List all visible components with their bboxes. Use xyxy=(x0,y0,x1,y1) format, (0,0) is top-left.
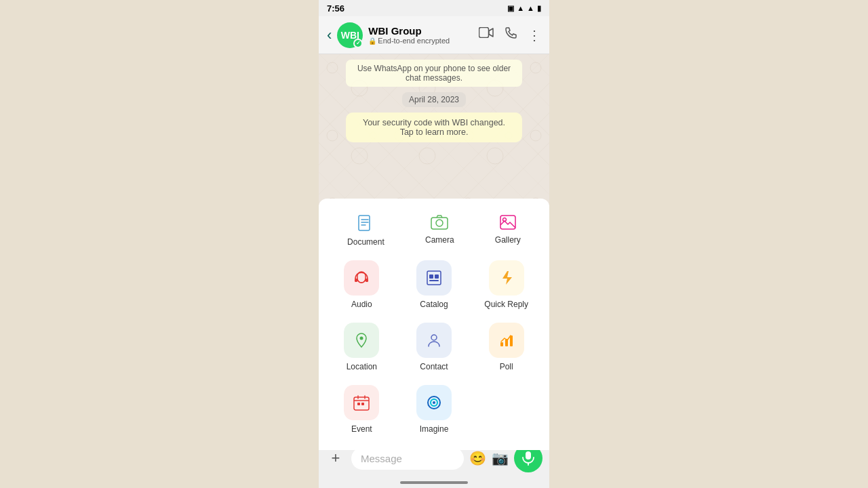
voice-call-button[interactable] xyxy=(505,27,517,43)
imagine-icon xyxy=(416,385,452,420)
poll-label: Poll xyxy=(500,362,513,371)
camera-label: Camera xyxy=(425,235,454,245)
attachment-menu: Document Camera xyxy=(319,199,549,450)
home-indicator xyxy=(319,477,549,488)
attachment-item-event[interactable]: Event xyxy=(327,380,397,442)
attachment-item-audio[interactable]: Audio xyxy=(327,255,397,317)
lock-icon: 🔒 xyxy=(368,37,376,45)
attachment-item-camera[interactable]: Camera xyxy=(420,212,460,249)
message-input[interactable]: Message xyxy=(351,447,464,470)
attachment-item-document[interactable]: Document xyxy=(342,212,390,249)
catalog-icon xyxy=(416,260,452,296)
svg-rect-18 xyxy=(357,403,360,405)
signal-icon: ▲ xyxy=(527,4,534,12)
phone-container: 7:56 ▣ ▲ ▲ ▮ ‹ WBI ✓ WBI Group 🔒 End-to-… xyxy=(319,0,549,488)
gallery-icon xyxy=(500,215,516,232)
video-call-button[interactable] xyxy=(479,27,494,43)
header-actions: ⋮ xyxy=(479,27,541,43)
svg-point-3 xyxy=(436,220,443,226)
sim-icon: ▣ xyxy=(507,4,514,13)
status-icons: ▣ ▲ ▲ ▮ xyxy=(507,4,541,13)
system-message: Use WhatsApp on your phone to see older … xyxy=(346,60,522,87)
encrypted-label: End-to-end encrypted xyxy=(378,37,450,45)
svg-rect-6 xyxy=(355,279,357,282)
security-message[interactable]: Your security code with WBI changed. Tap… xyxy=(346,113,522,142)
contact-icon xyxy=(416,323,452,358)
battery-icon: ▮ xyxy=(537,4,541,13)
date-badge: April 28, 2023 xyxy=(402,92,466,107)
home-bar xyxy=(400,481,468,484)
svg-point-12 xyxy=(360,337,363,340)
svg-rect-10 xyxy=(435,274,439,279)
attachment-item-poll[interactable]: Poll xyxy=(471,317,541,380)
verified-icon: ✓ xyxy=(356,40,361,46)
avatar: WBI ✓ xyxy=(337,22,363,48)
document-label: Document xyxy=(347,237,384,247)
gallery-label: Gallery xyxy=(495,235,521,245)
chat-name: WBI Group xyxy=(368,25,473,37)
audio-icon xyxy=(344,260,379,296)
svg-rect-1 xyxy=(359,216,370,230)
imagine-label: Imagine xyxy=(420,424,449,434)
wifi-icon: ▲ xyxy=(517,4,524,12)
svg-rect-14 xyxy=(500,342,503,346)
location-icon xyxy=(344,323,379,358)
svg-rect-16 xyxy=(510,336,513,346)
plus-button[interactable]: + xyxy=(326,449,346,467)
chat-header: ‹ WBI ✓ WBI Group 🔒 End-to-end encrypted xyxy=(319,16,549,54)
camera-icon xyxy=(431,215,448,232)
audio-label: Audio xyxy=(351,300,372,309)
attachment-item-catalog[interactable]: Catalog xyxy=(399,255,469,317)
poll-icon xyxy=(489,323,524,358)
catalog-label: Catalog xyxy=(420,300,448,309)
svg-point-22 xyxy=(433,401,435,404)
quickreply-icon xyxy=(489,260,524,296)
emoji-button[interactable]: 😊 xyxy=(469,450,486,466)
document-icon xyxy=(358,215,373,235)
event-label: Event xyxy=(351,424,372,434)
svg-rect-7 xyxy=(366,279,368,282)
empty-icon xyxy=(489,385,524,420)
attachment-top-row: Document Camera xyxy=(327,209,541,255)
attachment-item-gallery[interactable]: Gallery xyxy=(490,212,526,249)
status-time: 7:56 xyxy=(327,3,344,14)
camera-attach-button[interactable]: 📷 xyxy=(492,450,509,466)
attachment-grid: Audio Catalog xyxy=(327,255,541,442)
svg-rect-0 xyxy=(479,27,489,37)
attachment-item-imagine[interactable]: Imagine xyxy=(399,380,469,442)
svg-rect-23 xyxy=(526,451,531,460)
svg-rect-9 xyxy=(429,274,433,279)
quickreply-label: Quick Reply xyxy=(484,300,528,309)
attachment-item-quickreply[interactable]: Quick Reply xyxy=(471,255,541,317)
event-icon xyxy=(344,385,379,420)
status-bar: 7:56 ▣ ▲ ▲ ▮ xyxy=(319,0,549,16)
chat-subtitle: 🔒 End-to-end encrypted xyxy=(368,37,473,45)
attachment-item-contact[interactable]: Contact xyxy=(399,317,469,380)
attachment-empty xyxy=(471,380,541,442)
avatar-badge: ✓ xyxy=(353,39,363,48)
location-label: Location xyxy=(347,362,377,371)
chat-info: WBI Group 🔒 End-to-end encrypted xyxy=(368,25,473,45)
contact-label: Contact xyxy=(420,362,448,371)
svg-rect-11 xyxy=(429,280,439,281)
back-button[interactable]: ‹ xyxy=(327,26,332,44)
svg-rect-19 xyxy=(361,403,364,405)
svg-point-13 xyxy=(431,335,437,340)
more-options-button[interactable]: ⋮ xyxy=(528,27,541,43)
attachment-item-location[interactable]: Location xyxy=(327,317,397,380)
